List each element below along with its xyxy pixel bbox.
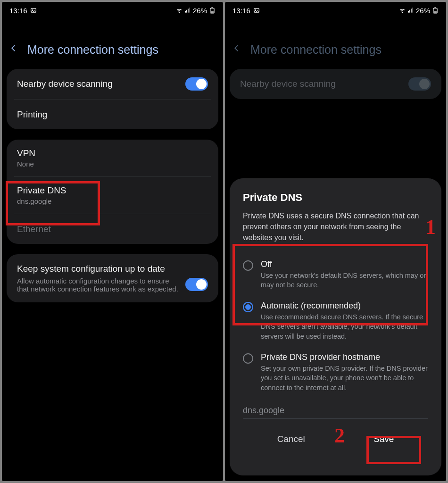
picture-icon	[253, 7, 260, 14]
printing-label: Printing	[17, 109, 208, 120]
status-bar: 13:16 26%	[2, 2, 223, 19]
nearby-label-dim: Nearby device scanning	[240, 79, 408, 89]
row-nearby-dim: Nearby device scanning	[230, 69, 441, 99]
dialog-desc: Private DNS uses a secure DNS connection…	[243, 210, 428, 243]
row-nearby-scanning[interactable]: Nearby device scanning	[7, 69, 218, 99]
nearby-label: Nearby device scanning	[17, 79, 185, 89]
svg-rect-2	[185, 11, 186, 13]
auto-sub: Use recommended secure DNS servers. If t…	[261, 312, 428, 341]
svg-rect-7	[211, 8, 213, 8]
keep-config-label: Keep system configuration up to date	[17, 264, 180, 274]
signal-icon	[407, 7, 414, 14]
svg-rect-4	[188, 9, 189, 13]
status-bar: 13:16 26%	[225, 2, 446, 19]
signal-icon	[184, 7, 191, 14]
svg-rect-3	[186, 10, 187, 13]
row-ethernet: Ethernet	[14, 214, 211, 244]
radio-hostname[interactable]: Private DNS provider hostname Set your o…	[243, 347, 428, 398]
svg-rect-12	[409, 10, 410, 13]
radio-button-automatic[interactable]	[243, 302, 253, 312]
phone-left: 13:16 26% More connection settings	[2, 2, 223, 481]
card-dim: Nearby device scanning	[230, 69, 441, 99]
dialog-title: Private DNS	[243, 192, 428, 204]
wifi-icon	[399, 7, 406, 14]
svg-rect-17	[434, 11, 437, 12]
radio-button-hostname[interactable]	[243, 353, 253, 364]
card-connections-2: VPN None Private DNS dns.google Ethernet	[7, 140, 218, 244]
toggle-nearby[interactable]	[185, 77, 208, 91]
battery-pct: 26%	[416, 7, 430, 15]
hostname-label: Private DNS provider hostname	[261, 352, 428, 362]
radio-automatic[interactable]: Automatic (recommended) Use recommended …	[243, 295, 428, 347]
picture-icon	[30, 7, 37, 14]
ethernet-label: Ethernet	[17, 224, 208, 234]
page-title-dim: More connection settings	[250, 43, 382, 57]
row-vpn[interactable]: VPN None	[7, 140, 218, 176]
keep-config-sub: Allow automatic configuration changes to…	[17, 277, 180, 293]
radio-button-off[interactable]	[243, 260, 253, 271]
row-printing[interactable]: Printing	[14, 99, 211, 129]
battery-pct: 26%	[193, 7, 207, 15]
back-icon[interactable]	[9, 42, 18, 58]
annotation-number-2: 2	[334, 424, 345, 448]
svg-rect-14	[412, 8, 413, 13]
row-keep-config[interactable]: Keep system configuration up to date All…	[7, 254, 218, 302]
vpn-label: VPN	[17, 148, 208, 158]
save-button[interactable]: Save	[362, 430, 405, 448]
off-label: Off	[261, 259, 428, 269]
status-time: 13:16	[9, 7, 27, 15]
svg-rect-16	[434, 8, 436, 8]
hostname-sub: Set your own private DNS provider. If th…	[261, 364, 428, 392]
cancel-button[interactable]: Cancel	[266, 430, 316, 448]
card-keep-config: Keep system configuration up to date All…	[7, 254, 218, 302]
vpn-sub: None	[17, 160, 208, 168]
auto-label: Automatic (recommended)	[261, 301, 428, 311]
svg-rect-11	[408, 11, 409, 13]
private-dns-label: Private DNS	[17, 185, 208, 196]
page-title: More connection settings	[27, 43, 158, 57]
svg-rect-8	[211, 11, 214, 12]
dns-provider-input[interactable]: dns.google	[243, 402, 428, 419]
radio-off[interactable]: Off Use your network's default DNS serve…	[243, 254, 428, 296]
toggle-dim	[408, 77, 431, 91]
toggle-keep-config[interactable]	[185, 278, 208, 291]
off-sub: Use your network's default DNS servers, …	[261, 271, 428, 290]
battery-icon	[209, 7, 216, 14]
back-icon	[232, 42, 241, 58]
svg-rect-5	[189, 8, 190, 13]
page-header-dim: More connection settings	[225, 19, 446, 69]
row-private-dns[interactable]: Private DNS dns.google	[14, 176, 211, 214]
annotation-number-1: 1	[425, 215, 436, 239]
page-header: More connection settings	[2, 19, 223, 69]
card-connections-1: Nearby device scanning Printing	[7, 69, 218, 129]
phone-right: 13:16 26% More connection settings	[225, 2, 446, 481]
private-dns-sub: dns.google	[17, 197, 208, 205]
svg-rect-13	[411, 9, 412, 13]
battery-icon	[432, 7, 439, 14]
wifi-icon	[176, 7, 183, 14]
status-time: 13:16	[232, 7, 250, 15]
